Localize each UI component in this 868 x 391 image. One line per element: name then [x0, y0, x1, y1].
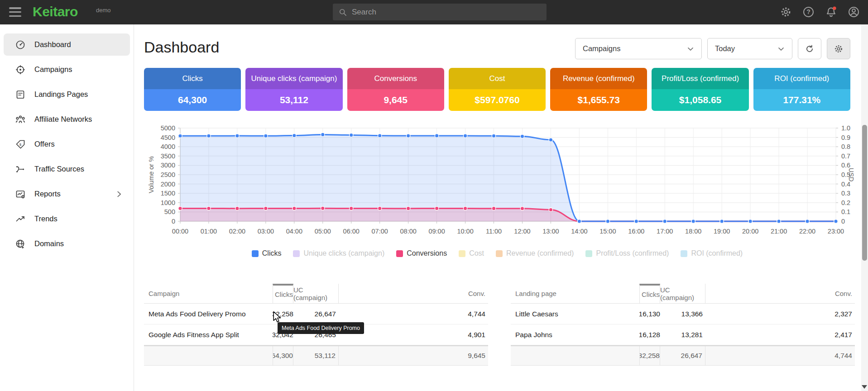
sidebar-item-traffic-sources[interactable]: Traffic Sources — [4, 158, 130, 180]
svg-text:0.8: 0.8 — [841, 143, 850, 150]
stat-card-value: $1,058.65 — [652, 89, 748, 111]
date-range-select[interactable]: Today — [707, 38, 792, 59]
campaign-name: Google Ads Fitness App Split — [144, 324, 273, 345]
globe-icon — [15, 238, 26, 249]
refresh-button[interactable] — [798, 38, 821, 59]
traffic-chart[interactable]: 0500100015002000250030003500400045005000… — [144, 122, 859, 240]
svg-text:21:00: 21:00 — [771, 228, 787, 235]
conv-cell: 4,744 — [339, 304, 488, 324]
totals-clicks: 32,258 — [639, 346, 660, 365]
svg-text:4000: 4000 — [161, 143, 175, 150]
chevron-down-icon — [686, 44, 695, 53]
svg-text:13:00: 13:00 — [542, 228, 559, 235]
scroll-down-arrow-icon[interactable] — [862, 385, 867, 389]
scrollbar-thumb[interactable] — [862, 125, 867, 261]
dashboard-controls: Campaigns Today — [575, 38, 850, 59]
chevron-down-icon — [777, 44, 786, 53]
svg-text:500: 500 — [164, 208, 175, 215]
svg-text:10:00: 10:00 — [457, 228, 473, 235]
legend-item-conversions[interactable]: Conversions — [396, 249, 447, 257]
legend-item-unique-clicks[interactable]: Unique clicks (campaign) — [293, 249, 384, 257]
sidebar-item-trends[interactable]: Trends — [4, 208, 130, 230]
stat-card-label: Clicks — [144, 68, 241, 89]
svg-text:20:00: 20:00 — [742, 228, 758, 235]
legend-swatch — [459, 250, 465, 257]
help-icon[interactable]: ? — [802, 6, 815, 18]
totals-uc: 53,112 — [293, 346, 339, 365]
svg-text:23:00: 23:00 — [828, 228, 844, 235]
stat-card-value: 177.31% — [753, 89, 850, 111]
totals-conv: 4,744 — [705, 346, 855, 365]
summary-tables: Campaign Clicks UC (campaign) Conv. Meta… — [144, 284, 861, 366]
column-header-clicks-sorted[interactable]: Clicks — [639, 284, 660, 303]
sidebar-item-label: Traffic Sources — [34, 165, 84, 173]
stat-card-profit-loss[interactable]: Profit/Loss (confirmed) $1,058.65 — [652, 68, 748, 111]
svg-text:18:00: 18:00 — [685, 228, 701, 235]
clicks-cell: 16,130 — [639, 304, 660, 324]
sidebar: Dashboard Campaigns Landings Pages Affil… — [0, 24, 134, 391]
gear-icon[interactable] — [780, 6, 792, 18]
sidebar-item-campaigns[interactable]: Campaigns — [4, 58, 130, 81]
sidebar-item-label: Affiliate Networks — [34, 115, 92, 124]
column-header-conv[interactable]: Conv. — [339, 284, 488, 303]
global-search[interactable] — [333, 4, 547, 20]
svg-text:12:00: 12:00 — [514, 228, 530, 235]
legend-item-cost[interactable]: Cost — [459, 249, 484, 257]
uc-cell: 26,647 — [293, 304, 339, 324]
page-scrollbar[interactable] — [861, 24, 868, 391]
svg-text:1500: 1500 — [161, 190, 175, 197]
legend-item-roi[interactable]: ROI (confirmed) — [681, 249, 743, 257]
logo-demo-badge: demo — [96, 7, 111, 14]
column-header-conv[interactable]: Conv. — [705, 284, 855, 303]
column-header-uc[interactable]: UC (campaign) — [660, 284, 705, 303]
app-logo[interactable]: Keitaro — [33, 4, 78, 19]
legend-item-revenue[interactable]: Revenue (confirmed) — [496, 249, 574, 257]
column-header-landing-page[interactable]: Landing page — [511, 284, 639, 303]
notifications-bell-icon[interactable] — [825, 6, 837, 18]
search-input[interactable] — [352, 8, 541, 17]
entity-filter-select[interactable]: Campaigns — [575, 38, 702, 59]
legend-item-clicks[interactable]: Clicks — [252, 249, 282, 257]
stat-card-clicks[interactable]: Clicks 64,300 — [144, 68, 241, 111]
gauge-icon — [15, 39, 26, 50]
report-chart-icon — [15, 189, 26, 200]
sidebar-item-affiliate-networks[interactable]: Affiliate Networks — [4, 108, 130, 130]
sidebar-item-dashboard[interactable]: Dashboard — [4, 33, 130, 56]
table-totals-row: 32,258 26,647 4,744 — [511, 345, 855, 366]
stat-card-label: Revenue (confirmed) — [550, 68, 647, 89]
table-header: Landing page Clicks UC (campaign) Conv. — [511, 284, 855, 304]
svg-text:3500: 3500 — [161, 153, 175, 160]
main-content: Dashboard Campaigns Today Clicks 64,300 … — [134, 24, 861, 391]
stat-card-cost[interactable]: Cost $597.0760 — [449, 68, 546, 111]
sidebar-item-offers[interactable]: $ Offers — [4, 133, 130, 155]
table-row[interactable]: Meta Ads Food Delivery Promo 32,258 26,6… — [144, 304, 488, 324]
stat-card-value: $597.0760 — [449, 89, 546, 111]
hamburger-menu-icon[interactable] — [9, 7, 21, 17]
column-header-uc[interactable]: UC (campaign) — [293, 284, 339, 303]
column-header-campaign[interactable]: Campaign — [144, 284, 273, 303]
sidebar-item-domains[interactable]: Domains — [4, 233, 130, 255]
stat-card-revenue[interactable]: Revenue (confirmed) $1,655.73 — [550, 68, 647, 111]
stat-card-unique-clicks[interactable]: Unique clicks (campaign) 53,112 — [245, 68, 342, 111]
svg-text:0.9: 0.9 — [841, 134, 850, 141]
legend-item-profit-loss[interactable]: Profit/Loss (confirmed) — [585, 249, 669, 257]
legend-label: Unique clicks (campaign) — [303, 249, 384, 257]
column-header-clicks-sorted[interactable]: Clicks — [273, 284, 293, 303]
table-row[interactable]: Papa Johns 16,128 13,281 2,417 — [511, 324, 855, 345]
sidebar-item-reports[interactable]: Reports — [4, 183, 130, 205]
account-icon[interactable] — [848, 6, 860, 18]
stat-card-value: $1,655.73 — [550, 89, 647, 111]
stat-card-conversions[interactable]: Conversions 9,645 — [347, 68, 444, 111]
dashboard-settings-button[interactable] — [827, 38, 850, 59]
legend-label: Clicks — [262, 249, 282, 257]
target-icon — [15, 64, 26, 75]
svg-text:09:00: 09:00 — [428, 228, 445, 235]
stat-card-label: Profit/Loss (confirmed) — [652, 68, 748, 89]
stat-card-roi[interactable]: ROI (confirmed) 177.31% — [753, 68, 850, 111]
uc-cell: 13,281 — [660, 324, 705, 345]
svg-text:15:00: 15:00 — [599, 228, 616, 235]
stat-card-label: Cost — [449, 68, 546, 89]
sidebar-item-landings-pages[interactable]: Landings Pages — [4, 83, 130, 105]
table-row[interactable]: Little Caesars 16,130 13,366 2,327 — [511, 304, 855, 324]
svg-text:17:00: 17:00 — [657, 228, 673, 235]
